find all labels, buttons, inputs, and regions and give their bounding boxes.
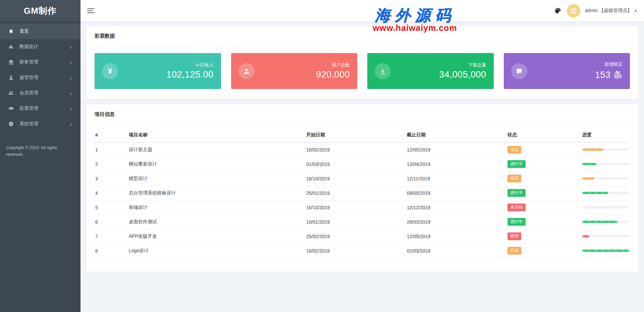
header-right: admin 【超级管理员】 ▼ [553, 4, 637, 17]
table-row: 5前端设计10/10/201912/12/2019未开始 [95, 200, 629, 215]
user-icon [238, 63, 255, 79]
progress-bar-fill [582, 148, 603, 151]
progress-bar [582, 206, 629, 209]
progress-bar [582, 221, 629, 223]
sidebar-item-label: 彩票管理 [19, 105, 38, 112]
theme-palette-icon[interactable] [553, 6, 562, 15]
chevron-right-icon: › [70, 121, 72, 127]
cell-project-name: 后台管理系统模板设计 [128, 186, 306, 200]
cell-project-name: 桌面软件测试 [128, 215, 306, 229]
cell-progress [582, 215, 629, 229]
projects-table-wrap: # 项目名称 开始日期 截止日期 状态 进度 1设计新主题10/02/20191… [87, 123, 638, 272]
cell-project-name: APP改版开发 [128, 229, 306, 243]
projects-table-body: 1设计新主题10/02/201912/05/2019待定2网站重新设计01/03… [95, 142, 629, 258]
gear-icon [8, 121, 14, 127]
table-row: 8Logo设计10/02/201901/03/2019完成 [95, 243, 629, 258]
col-header-start: 开始日期 [306, 128, 406, 142]
progress-bar [582, 163, 629, 165]
cell-start-date: 10/10/2019 [306, 200, 406, 215]
user-icon [8, 75, 14, 81]
cell-end-date: 01/03/2019 [406, 243, 507, 258]
cell-status: 待定 [507, 171, 582, 186]
chevron-right-icon: › [70, 105, 72, 112]
cell-index: 1 [95, 142, 128, 157]
sidebar-item-home[interactable]: 首页 [0, 24, 80, 39]
col-header-name: 项目名称 [128, 128, 306, 142]
col-header-status: 状态 [507, 128, 582, 142]
cell-progress [582, 186, 629, 200]
status-badge: 未开始 [507, 204, 526, 211]
cell-start-date: 10/01/2019 [306, 215, 406, 229]
chevron-right-icon: › [70, 74, 72, 81]
user-avatar[interactable] [567, 4, 580, 17]
stat-label: 下载总量 [439, 62, 486, 68]
gamepad-icon [8, 105, 14, 112]
comment-icon [511, 63, 527, 79]
cell-end-date: 12/05/2019 [406, 229, 507, 243]
hamburger-menu-icon[interactable] [87, 7, 95, 14]
home-icon [8, 28, 14, 34]
cell-project-name: 模型设计 [128, 171, 306, 186]
stat-value: 102,125.00 [166, 70, 213, 80]
table-row: 3模型设计10/10/201912/11/2019待定 [95, 171, 629, 186]
content-area: 彩票数据 ¥ 今日收入 102,125.00 [80, 21, 644, 312]
cell-status: 待定 [507, 142, 582, 157]
user-menu[interactable]: admin 【超级管理员】 ▼ [585, 8, 637, 14]
cell-end-date: 09/05/2019 [406, 186, 507, 200]
sidebar-item-system[interactable]: 系统管理 › [0, 116, 80, 132]
cell-progress [582, 142, 629, 157]
cell-project-name: Logo设计 [128, 243, 306, 258]
yen-icon: ¥ [102, 63, 118, 79]
sidebar-item-label: 数据统计 [19, 44, 38, 50]
user-name-label: admin 【超级管理员】 [585, 8, 632, 14]
table-header-row: # 项目名称 开始日期 截止日期 状态 进度 [95, 128, 629, 142]
stat-card-income: ¥ 今日收入 102,125.00 [95, 53, 221, 89]
cell-end-date: 12/04/2019 [406, 157, 507, 171]
progress-bar-fill [582, 177, 594, 180]
cell-index: 4 [95, 186, 128, 200]
cell-status: 完成 [507, 243, 582, 258]
cell-status: 暂停 [507, 229, 582, 243]
progress-bar-fill [582, 221, 618, 223]
table-row: 1设计新主题10/02/201912/05/2019待定 [95, 142, 629, 157]
chevron-right-icon: › [70, 59, 72, 65]
users-icon [8, 90, 14, 96]
progress-bar-fill [582, 163, 596, 165]
stat-label: 新增留言 [595, 61, 623, 68]
download-icon [375, 63, 391, 79]
top-header: admin 【超级管理员】 ▼ [80, 0, 644, 21]
cell-start-date: 01/03/2019 [306, 157, 406, 171]
col-header-progress: 进度 [582, 128, 629, 142]
cell-progress [582, 229, 629, 243]
sidebar-item-finance[interactable]: 财务管理 › [0, 54, 80, 70]
sidebar-item-superadmin[interactable]: 超管管理 › [0, 70, 80, 85]
cell-project-name: 设计新主题 [128, 142, 306, 157]
sidebar-item-label: 会员管理 [19, 90, 38, 96]
col-header-index: # [95, 128, 128, 142]
cell-status: 进行中 [507, 157, 582, 171]
sidebar-item-members[interactable]: 会员管理 › [0, 85, 80, 101]
cell-index: 2 [95, 157, 128, 171]
stat-cards: ¥ 今日收入 102,125.00 用户总数 920,000 [87, 45, 638, 99]
main-area: admin 【超级管理员】 ▼ 彩票数据 ¥ 今日收入 102,125.00 [80, 0, 644, 312]
sidebar-menu: 首页 数据统计 › 财务管理 › 超管管理 [0, 21, 80, 132]
cell-status: 进行中 [507, 215, 582, 229]
cell-status: 进行中 [507, 186, 582, 200]
sidebar-item-statistics[interactable]: 数据统计 › [0, 39, 80, 54]
progress-bar [582, 235, 629, 237]
stat-value: 34,005,000 [439, 70, 486, 80]
cell-end-date: 12/05/2019 [406, 142, 507, 157]
status-badge: 进行中 [507, 189, 526, 197]
progress-bar-fill [582, 235, 589, 237]
stat-label: 用户总数 [316, 62, 350, 68]
cell-project-name: 前端设计 [128, 200, 306, 215]
sidebar-item-label: 首页 [19, 28, 29, 34]
app-logo: GM制作 [0, 0, 80, 21]
sidebar-item-label: 超管管理 [19, 75, 38, 81]
cell-progress [582, 171, 629, 186]
sidebar-item-lottery[interactable]: 彩票管理 › [0, 101, 80, 116]
cell-progress [582, 243, 629, 258]
cell-start-date: 10/02/2019 [306, 243, 406, 258]
cell-project-name: 网站重新设计 [128, 157, 306, 171]
status-badge: 待定 [507, 175, 521, 182]
